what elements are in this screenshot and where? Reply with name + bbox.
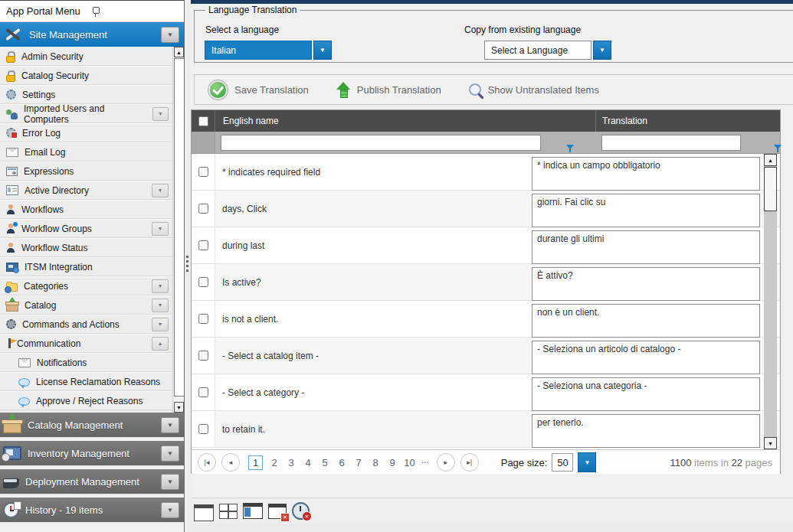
save-translation-button[interactable]: Save Translation (208, 80, 309, 100)
chevron-down-icon[interactable]: ▼ (161, 502, 179, 518)
column-header-english-name[interactable]: English name (215, 110, 596, 132)
page-button[interactable]: 7 (353, 457, 364, 468)
translation-textarea[interactable]: È attivo? (532, 267, 760, 301)
grid-scrollbar[interactable]: ▲ ▼ (764, 154, 777, 449)
page-button[interactable]: 4 (303, 457, 313, 468)
row-checkbox[interactable] (198, 167, 208, 177)
scroll-down-icon[interactable]: ▼ (174, 402, 184, 413)
page-button-current[interactable]: 1 (248, 455, 263, 470)
chevron-down-icon[interactable]: ▾ (152, 222, 169, 236)
translation-filter-input[interactable] (601, 135, 741, 151)
copy-language-select-value[interactable]: Select a Language (484, 41, 591, 60)
language-select-value[interactable]: Italian (205, 41, 312, 60)
last-page-button[interactable]: ▸| (460, 453, 479, 472)
show-untranslated-items-button[interactable]: Show Untranslated Items (469, 83, 599, 96)
row-checkbox[interactable] (198, 240, 208, 250)
sidebar-item-admin-security[interactable]: Admin Security (0, 47, 172, 66)
sidebar-item-workflow-status[interactable]: Workflow Status (0, 238, 172, 257)
publish-translation-button[interactable]: Publish Translation (336, 82, 441, 97)
sidebar-item-license-reclamation-reasons[interactable]: License Reclamation Reasons (0, 372, 172, 391)
chevron-down-icon[interactable]: ▼ (161, 417, 179, 433)
translation-textarea[interactable]: per tenerlo. (532, 414, 760, 448)
scroll-up-icon[interactable]: ▲ (764, 154, 777, 166)
chevron-down-icon[interactable]: ▼ (578, 452, 596, 472)
page-button[interactable]: 9 (387, 457, 398, 468)
split-window-icon[interactable] (243, 503, 263, 519)
row-checkbox[interactable] (198, 387, 208, 397)
sidebar-scrollbar[interactable]: ▲ ▼ (172, 47, 185, 413)
sidebar-item-expressions[interactable]: Expressions (0, 162, 172, 181)
chevron-down-icon[interactable]: ▾ (152, 107, 169, 121)
column-header-translation[interactable]: Translation (596, 110, 780, 132)
chevron-down-icon[interactable]: ▾ (152, 279, 169, 293)
filter-funnel-icon[interactable] (566, 145, 575, 153)
sidebar-item-communication[interactable]: Communication ▴ (0, 334, 172, 353)
sidebar-section-inventory-management[interactable]: Inventory Management ▼ (0, 441, 184, 467)
row-checkbox[interactable] (198, 277, 208, 287)
english-filter-input[interactable] (221, 135, 541, 151)
cascade-windows-icon[interactable] (194, 504, 214, 521)
page-button[interactable]: 5 (319, 457, 330, 468)
first-page-button[interactable]: |◂ (198, 453, 216, 472)
previous-page-button[interactable]: ◂ (221, 453, 240, 472)
page-size-value[interactable]: 50 (552, 453, 573, 472)
sidebar-item-itsm-integration[interactable]: ITSM Integration (0, 257, 172, 276)
sidebar-section-site-management[interactable]: Site Management ▼ (0, 22, 184, 47)
sidebar-item-active-directory[interactable]: Active Directory ▾ (0, 181, 172, 200)
scrollbar-thumb[interactable] (174, 58, 185, 397)
scroll-up-icon[interactable]: ▲ (174, 47, 184, 57)
pin-icon[interactable] (92, 6, 178, 17)
sidebar-item-categories[interactable]: Categories ▾ (0, 276, 172, 295)
sidebar-item-notifications[interactable]: Notifications (0, 353, 172, 372)
sidebar-section-history[interactable]: History - 19 items ▼ (0, 498, 184, 524)
sidebar-item-catalog[interactable]: Catalog ▾ (0, 295, 172, 315)
page-button[interactable]: 3 (286, 457, 297, 468)
grid-filter-row (192, 132, 780, 154)
page-button[interactable]: 6 (336, 457, 347, 468)
row-checkbox[interactable] (198, 351, 208, 361)
page-ellipsis[interactable]: ... (421, 455, 429, 465)
chevron-down-icon[interactable]: ▼ (161, 474, 179, 490)
row-checkbox[interactable] (198, 314, 208, 324)
language-select[interactable]: Italian ▼ (205, 41, 332, 60)
sidebar-item-workflow-groups[interactable]: Workflow Groups ▾ (0, 219, 172, 238)
chevron-up-icon[interactable]: ▴ (152, 337, 169, 351)
page-button[interactable]: 8 (370, 457, 381, 468)
sidebar-item-commands-and-actions[interactable]: Commands and Actions ▾ (0, 315, 172, 334)
translation-textarea[interactable]: durante gli ultimi (532, 230, 760, 264)
translation-textarea[interactable]: non è un client. (532, 304, 760, 338)
delete-history-icon[interactable] (292, 502, 310, 520)
scroll-down-icon[interactable]: ▼ (764, 437, 777, 449)
page-button[interactable]: 10 (404, 457, 415, 468)
translation-textarea[interactable]: giorni. Fai clic su (532, 194, 760, 227)
select-all-checkbox[interactable] (198, 116, 208, 126)
tile-windows-icon[interactable] (219, 504, 238, 519)
chevron-down-icon[interactable]: ▼ (161, 446, 179, 462)
chevron-down-icon[interactable]: ▼ (161, 27, 179, 43)
translation-textarea[interactable]: * indica un campo obbligatorio (532, 157, 760, 191)
copy-language-select[interactable]: Select a Language ▼ (484, 41, 611, 60)
sidebar-item-workflows[interactable]: Workflows (0, 200, 172, 219)
chevron-down-icon[interactable]: ▼ (313, 41, 332, 60)
chevron-down-icon[interactable]: ▾ (152, 299, 169, 312)
next-page-button[interactable]: ▸ (437, 453, 455, 472)
scrollbar-thumb[interactable] (764, 167, 777, 211)
filter-funnel-icon[interactable] (774, 145, 782, 153)
translation-textarea[interactable]: - Seleziona un articolo di catalogo - (532, 341, 760, 374)
row-checkbox[interactable] (198, 204, 208, 214)
sidebar-item-settings[interactable]: Settings (0, 85, 172, 104)
chevron-down-icon[interactable]: ▾ (152, 184, 169, 197)
sidebar-item-approve-reject-reasons[interactable]: Approve / Reject Reasons (0, 391, 172, 410)
sidebar-section-deployment-management[interactable]: Deployment Management ▼ (0, 469, 184, 495)
chevron-down-icon[interactable]: ▼ (593, 41, 611, 60)
sidebar-section-catalog-management[interactable]: Catalog Management ▼ (0, 413, 184, 439)
row-checkbox[interactable] (198, 424, 208, 434)
chevron-down-icon[interactable]: ▾ (152, 318, 169, 331)
translation-textarea[interactable]: - Seleziona una categoria - (532, 377, 760, 411)
page-button[interactable]: 2 (269, 457, 280, 468)
sidebar-item-error-log[interactable]: Error Log (0, 123, 172, 142)
sidebar-item-catalog-security[interactable]: Catalog Security (0, 66, 172, 85)
close-window-icon[interactable] (268, 504, 287, 519)
sidebar-item-email-log[interactable]: Email Log (0, 142, 172, 162)
sidebar-item-imported-users-and-computers[interactable]: Imported Users and Computers ▾ (0, 104, 172, 123)
